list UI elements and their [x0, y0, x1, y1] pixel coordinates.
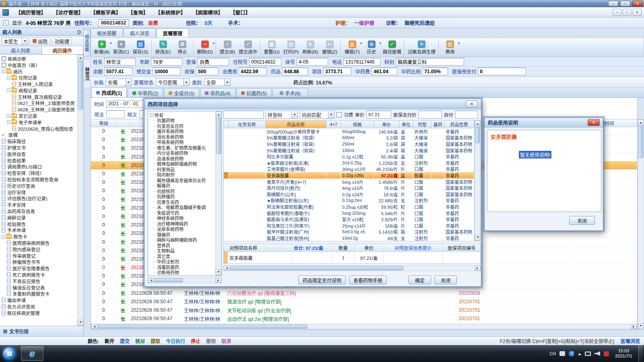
field-department-value[interactable]: 脑病康复三科: [396, 58, 464, 66]
scroll-thumb[interactable]: [155, 278, 183, 282]
menu-item-0[interactable]: 【病历管理】: [12, 7, 50, 17]
undo-button[interactable]: ↩撤销(Z): [320, 38, 339, 56]
rebuild-button[interactable]: ▦重整(U): [262, 38, 281, 56]
drug-row[interactable]: 阿法骨化醇软胶囊[丹麦]0.25ug x30粒59.95/粒粒口服非基药: [224, 204, 474, 210]
order-row[interactable]: 0长20210626 08:50:47王林林/王林林/林运动疗法 qd 2w […: [91, 315, 637, 323]
drug-row[interactable]: 5%葡萄糖注射液（软袋）100ml2.4/袋袋大输液国家基本药物: [224, 147, 474, 154]
field-name-value[interactable]: 林世汉: [104, 58, 136, 66]
tree-item[interactable]: 检查安排（排班）: [0, 170, 77, 176]
drug-row[interactable]: ★胺碘酮注射液[山东]0.15g:2ml22.685/支支注射剂非基药: [224, 197, 474, 204]
path-order-button[interactable]: ✓路径医嘱: [381, 38, 403, 56]
notification-icon[interactable]: [604, 351, 609, 356]
history-button[interactable]: ⊙▾历史: [362, 38, 381, 56]
self-pay-input[interactable]: [455, 111, 478, 119]
close-button[interactable]: 关闭: [569, 216, 595, 225]
order-tab-antibiotic[interactable]: 抗菌药(5): [236, 88, 272, 97]
drug-row[interactable]: 昂丹司琼片[枢丹]4mg x10片78.6/盒片口服国家基本药物: [224, 185, 474, 191]
mdi-close-button[interactable]: ✕: [633, 9, 642, 16]
drug-category-item[interactable]: 抗菌药物: [149, 118, 215, 123]
tree-item[interactable]: -病程记录: [0, 87, 77, 94]
scroll-up-icon[interactable]: [216, 111, 221, 117]
tree-item[interactable]: 0628_王林林_上级医师查房: [0, 106, 77, 113]
menu-item-4[interactable]: 【系统维护】: [152, 7, 189, 17]
drug-category-item[interactable]: 内分泌系统药物: [149, 150, 215, 156]
drug-category-item[interactable]: 抗结核药: [149, 188, 215, 194]
drug-row[interactable]: 奥氮平片[齐鲁](4+7)5mg x14片1.4586/片片口服国家基本药物: [224, 179, 474, 185]
order-grid-hscrollbar[interactable]: [91, 324, 637, 329]
tree-item[interactable]: 手术申请: [0, 227, 77, 234]
chevron-down-icon[interactable]: [224, 79, 230, 86]
tree-item[interactable]: -报告卡: [0, 233, 77, 240]
show-desktop-button[interactable]: [638, 345, 642, 362]
drug-search-input[interactable]: [223, 111, 264, 119]
close-icon[interactable]: ✕: [588, 119, 600, 126]
cancel-button[interactable]: ×取消(C): [111, 38, 131, 56]
menu-item-6[interactable]: 【窗口】: [227, 7, 254, 17]
print-button[interactable]: ▤打印(P): [281, 38, 301, 56]
drug-row[interactable]: (50ug/500ug)沙美特罗替卡50ug/500ug145.84/盒盒外用剂…: [224, 128, 474, 135]
drug-category-item[interactable]: 泌尿系统药物: [149, 226, 215, 232]
expand-toggle[interactable]: -: [2, 70, 5, 73]
tree-item[interactable]: 检查结果: [0, 157, 77, 164]
expand-toggle[interactable]: -: [7, 88, 10, 92]
tray-expand-icon[interactable]: [578, 352, 581, 355]
usage-input[interactable]: [106, 110, 125, 118]
drug-category-item[interactable]: 神经系统药物: [149, 216, 215, 221]
tree-item[interactable]: 既往疾病史管理: [0, 310, 77, 316]
drug-category-item[interactable]: 抗变态反应药: [149, 123, 215, 129]
tree-item[interactable]: 血药库存信息: [0, 208, 77, 214]
expand-toggle[interactable]: -: [2, 235, 5, 239]
field-age-value[interactable]: 76岁: [151, 58, 182, 66]
scroll-left-icon[interactable]: [224, 266, 230, 271]
field-ins-prepay-value[interactable]: 0: [478, 68, 526, 75]
drug-category-item[interactable]: 诊断用药物: [149, 270, 215, 276]
scroll-left-icon[interactable]: [91, 324, 97, 329]
language-indicator[interactable]: CH: [549, 351, 556, 356]
submit-button[interactable]: ✓提交(B): [218, 38, 237, 56]
scroll-down-icon[interactable]: [216, 269, 221, 276]
field-item-fee-value[interactable]: 3773.71: [323, 68, 351, 75]
close-button[interactable]: 关闭: [434, 276, 457, 284]
tree-item[interactable]: 手术安排: [0, 202, 77, 208]
field-tcm-fee-value[interactable]: 461.04: [372, 68, 397, 75]
drug-row[interactable]: 艾地苯醌片(金博瑞)30mg x12片46.2156/片片口服非基药: [224, 166, 474, 173]
tree-item[interactable]: 院内感染登记: [0, 246, 77, 253]
chevron-down-icon[interactable]: [328, 111, 334, 118]
drug-tree-hscrollbar[interactable]: [148, 278, 222, 283]
tree-item[interactable]: 20210626_常规心电图检查: [0, 125, 77, 132]
expand-toggle[interactable]: -: [7, 120, 10, 124]
drug-table-hscrollbar[interactable]: [223, 265, 481, 271]
scroll-right-icon[interactable]: [631, 324, 637, 329]
drug-tree-vscrollbar[interactable]: [215, 111, 221, 276]
tree-item[interactable]: 检验报告: [0, 221, 77, 227]
tree-item[interactable]: 调阅惠侨LIS接口: [0, 164, 77, 170]
tree-item[interactable]: 处方点评查阅: [0, 303, 77, 310]
category-combo[interactable]: 全部: [204, 78, 231, 86]
field-prepaid-value[interactable]: 10000: [153, 68, 181, 75]
tree-item[interactable]: 医院感染病例报告: [0, 240, 77, 246]
scroll-down-icon[interactable]: [78, 320, 83, 326]
tree-item[interactable]: 临床路径: [0, 138, 77, 144]
drug-table-vscrollbar[interactable]: [475, 120, 481, 241]
drug-row[interactable]: 氨甲环酸注射液[广州]5ml:0.5g x55.1432/瓶瓶注射剂国家基本药物: [224, 229, 474, 235]
pin-icon[interactable]: [76, 29, 82, 35]
help-icon[interactable]: ?: [569, 351, 574, 356]
chevron-down-icon[interactable]: [125, 79, 131, 86]
new-button[interactable]: ＋▾新增(A): [92, 38, 111, 56]
menu-item-5[interactable]: 【病案模块】: [189, 7, 227, 17]
drug-row[interactable]: 胺碘酮片[山东]0.2g x24片18.6/盒片口服国家基本药物: [224, 191, 474, 197]
tree-item[interactable]: -住院记录: [0, 74, 77, 81]
order-row[interactable]: 0长20210626 08:50:47王林林/王林林/林微波治疗 qd [物理治…: [91, 298, 637, 306]
drug-row[interactable]: 5%葡萄糖注射液（软袋）250ml2.6/袋袋大输液国家基本药物: [224, 141, 474, 147]
fee-button[interactable]: ▤▾费用: [440, 38, 460, 56]
order-row[interactable]: 0长20210626 08:50:47王林林/王林林/林关节松动训练 qd [作…: [91, 306, 637, 315]
doctor-filter-combo[interactable]: 本医生: [2, 37, 28, 45]
drug-category-item[interactable]: 科室用品: [149, 167, 215, 172]
scroll-up-icon[interactable]: [78, 55, 83, 61]
drug-category-item[interactable]: 消毒防腐药: [149, 264, 215, 270]
drug-row[interactable]: 氨酚曲马多片[及通安]复方 x10粒2.829/片片口服非基药: [224, 216, 474, 222]
field-tcm-ratio-value[interactable]: 71.05%: [422, 68, 448, 75]
drug-category-item[interactable]: 循环系统药物: [149, 129, 215, 134]
start-button[interactable]: [2, 347, 16, 360]
taskbar-app-ie[interactable]: e: [21, 346, 43, 361]
